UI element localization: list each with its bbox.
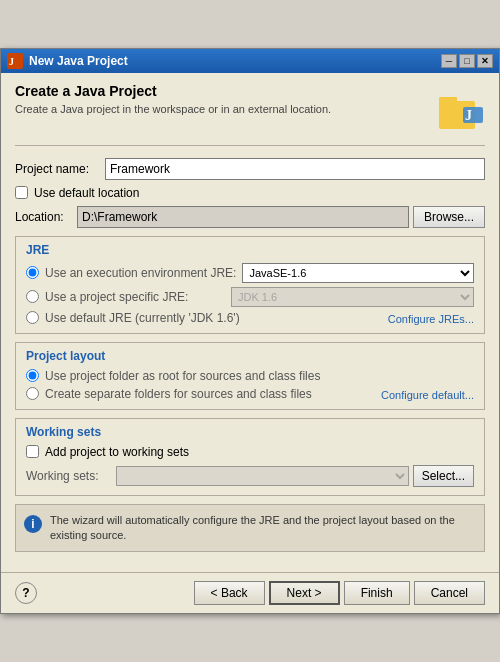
jre-option1-row: Use an execution environment JRE: JavaSE…	[26, 263, 474, 283]
project-layout-section: Project layout Use project folder as roo…	[15, 342, 485, 410]
layout-option1-row: Use project folder as root for sources a…	[26, 369, 474, 383]
jre-option3-radio[interactable]	[26, 311, 39, 324]
main-content: Create a Java Project Create a Java proj…	[1, 73, 499, 573]
svg-text:J: J	[465, 108, 472, 123]
jre-option1-radio[interactable]	[26, 266, 39, 279]
page-title: Create a Java Project	[15, 83, 331, 99]
configure-jre-link[interactable]: Configure JREs...	[388, 313, 474, 325]
add-working-sets-checkbox[interactable]	[26, 445, 39, 458]
window-icon: J	[7, 53, 23, 69]
browse-button[interactable]: Browse...	[413, 206, 485, 228]
window-title: New Java Project	[29, 54, 128, 68]
layout-option1-radio[interactable]	[26, 369, 39, 382]
info-text: The wizard will automatically configure …	[50, 513, 476, 544]
jre-option2-radio[interactable]	[26, 290, 39, 303]
help-button[interactable]: ?	[15, 582, 37, 604]
back-button[interactable]: < Back	[194, 581, 265, 605]
footer: ? < Back Next > Finish Cancel	[1, 572, 499, 613]
layout-option1-label: Use project folder as root for sources a…	[45, 369, 320, 383]
add-to-working-sets-row: Add project to working sets	[26, 445, 474, 459]
maximize-button[interactable]: □	[459, 54, 475, 68]
working-sets-title: Working sets	[26, 425, 474, 439]
header-icon: J	[437, 87, 485, 135]
project-name-label: Project name:	[15, 162, 105, 176]
project-layout-title: Project layout	[26, 349, 474, 363]
jre-option3-row: Use default JRE (currently 'JDK 1.6') Co…	[26, 311, 474, 325]
cancel-button[interactable]: Cancel	[414, 581, 485, 605]
location-row: Location: Browse...	[15, 206, 485, 228]
add-working-sets-label: Add project to working sets	[45, 445, 189, 459]
configure-default-link[interactable]: Configure default...	[381, 389, 474, 401]
jre-option3-label: Use default JRE (currently 'JDK 1.6')	[45, 311, 240, 325]
layout-option2-row: Create separate folders for sources and …	[26, 387, 474, 401]
jre-section-title: JRE	[26, 243, 474, 257]
titlebar-buttons: ─ □ ✕	[441, 54, 493, 68]
use-default-location-label: Use default location	[34, 186, 139, 200]
location-input[interactable]	[77, 206, 409, 228]
main-window: J New Java Project ─ □ ✕ Create a Java P…	[0, 48, 500, 615]
working-sets-select	[116, 466, 409, 486]
finish-button[interactable]: Finish	[344, 581, 410, 605]
location-label: Location:	[15, 210, 77, 224]
layout-option2-label: Create separate folders for sources and …	[45, 387, 312, 401]
use-default-location-checkbox[interactable]	[15, 186, 28, 199]
jre-option1-select[interactable]: JavaSE-1.6	[242, 263, 474, 283]
next-button[interactable]: Next >	[269, 581, 340, 605]
info-message: i The wizard will automatically configur…	[15, 504, 485, 553]
working-sets-select-row: Working sets: Select...	[26, 465, 474, 487]
close-button[interactable]: ✕	[477, 54, 493, 68]
jre-option1-label: Use an execution environment JRE:	[45, 266, 236, 280]
working-sets-select-button[interactable]: Select...	[413, 465, 474, 487]
jre-option2-label: Use a project specific JRE:	[45, 290, 225, 304]
working-sets-section: Working sets Add project to working sets…	[15, 418, 485, 496]
header-section: Create a Java Project Create a Java proj…	[15, 83, 485, 146]
page-subtitle: Create a Java project in the workspace o…	[15, 103, 331, 115]
jre-option2-row: Use a project specific JRE: JDK 1.6	[26, 287, 474, 307]
header-text: Create a Java Project Create a Java proj…	[15, 83, 331, 115]
default-location-row: Use default location	[15, 186, 485, 200]
minimize-button[interactable]: ─	[441, 54, 457, 68]
svg-text:J: J	[9, 56, 14, 67]
titlebar-left: J New Java Project	[7, 53, 128, 69]
info-icon: i	[24, 515, 42, 533]
layout-option2-radio[interactable]	[26, 387, 39, 400]
titlebar: J New Java Project ─ □ ✕	[1, 49, 499, 73]
jre-option2-select: JDK 1.6	[231, 287, 474, 307]
jre-section: JRE Use an execution environment JRE: Ja…	[15, 236, 485, 334]
project-name-row: Project name:	[15, 158, 485, 180]
svg-rect-3	[439, 97, 457, 103]
working-sets-label: Working sets:	[26, 469, 112, 483]
project-name-input[interactable]	[105, 158, 485, 180]
